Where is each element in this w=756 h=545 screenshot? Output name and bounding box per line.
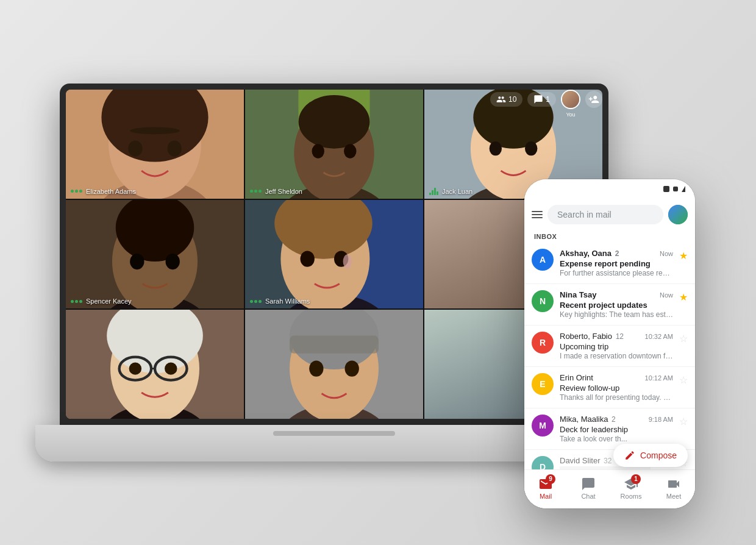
self-label: You (566, 112, 575, 118)
laptop-screen-inner: 10 1 You (66, 90, 602, 419)
email-preview-4: Thanks all for presenting today. Here... (560, 393, 673, 402)
rooms-nav-icon: 1 (624, 477, 638, 491)
user-avatar[interactable] (668, 205, 688, 224)
svg-point-12 (299, 95, 370, 149)
email-avatar-1: A (532, 249, 554, 271)
video-cell-8 (245, 310, 423, 419)
compose-pencil-icon (624, 450, 635, 461)
email-sender-5: Mika, Maalika 2 (560, 415, 616, 424)
email-preview-1: For further assistance please reach ... (560, 269, 673, 277)
participants-count: 10 (508, 95, 516, 104)
email-item-1[interactable]: A Akshay, Oana 2 Now Expense report pend… (524, 243, 695, 284)
video-label-3: Jack Luan (429, 188, 472, 195)
email-sender-2: Nina Tsay (560, 290, 596, 299)
phone-body: Search in mail INBOX A Akshay, Oana (524, 179, 695, 508)
svg-point-25 (130, 254, 144, 269)
email-content-5: Mika, Maalika 2 9:18 AM Deck for leaders… (560, 415, 673, 443)
email-content-1: Akshay, Oana 2 Now Expense report pendin… (560, 249, 673, 277)
email-star-2[interactable]: ★ (679, 291, 688, 303)
email-count-6: 32 (604, 457, 612, 465)
email-sender-1: Akshay, Oana 2 (560, 249, 619, 258)
svg-point-42 (129, 363, 141, 375)
mail-nav-label: Mail (540, 493, 552, 500)
face-sarah (245, 200, 423, 309)
compose-label: Compose (640, 451, 677, 460)
participant-name-5: Sarah Williams (265, 297, 310, 305)
email-subject-3: Upcoming trip (560, 342, 673, 351)
video-label-4: Spencer Kacey (71, 297, 132, 305)
email-count-3: 12 (616, 332, 624, 341)
signal-icon-2 (673, 187, 678, 191)
rooms-nav-label: Rooms (621, 493, 642, 500)
email-header-2: Nina Tsay Now (560, 290, 673, 299)
participant-name-3: Jack Luan (442, 188, 472, 195)
svg-point-5 (167, 140, 181, 156)
email-header-3: Roberto, Fabio 12 10:32 AM (560, 332, 673, 341)
video-label-1: Elizabeth Adams (71, 188, 136, 195)
email-avatar-3: R (532, 332, 554, 354)
nav-mail[interactable]: 9 Mail (524, 477, 567, 500)
svg-point-19 (490, 141, 502, 155)
signal-icon (663, 186, 669, 192)
email-star-1[interactable]: ★ (679, 250, 688, 262)
participant-name-1: Elizabeth Adams (86, 188, 136, 195)
face-man-gray (245, 310, 423, 419)
inbox-label: INBOX (524, 230, 695, 243)
phone-bottom-nav: 9 Mail Chat (524, 469, 695, 508)
video-cell-2: Jeff Sheldon (245, 90, 423, 199)
email-star-4[interactable]: ☆ (679, 374, 688, 386)
email-star-5[interactable]: ☆ (679, 416, 688, 427)
email-subject-4: Review follow-up (560, 383, 673, 393)
face-woman-glasses (66, 310, 244, 419)
email-star-3[interactable]: ☆ (679, 333, 688, 344)
meet-chat-button[interactable]: 1 (527, 92, 556, 107)
email-subject-1: Expense report pending (560, 259, 673, 268)
hamburger-menu-button[interactable] (532, 211, 543, 218)
participant-name-2: Jeff Sheldon (265, 188, 302, 195)
nav-rooms[interactable]: 1 Rooms (610, 477, 652, 500)
meet-nav-icon (666, 477, 681, 491)
email-item-2[interactable]: N Nina Tsay Now Recent project updates K… (524, 284, 695, 326)
email-header-5: Mika, Maalika 2 9:18 AM (560, 415, 673, 424)
video-bars-3 (429, 188, 438, 195)
nav-chat[interactable]: Chat (567, 477, 610, 500)
participant-name-4: Spencer Kacey (86, 297, 132, 305)
svg-point-49 (345, 361, 359, 377)
email-header-4: Erin Orint 10:12 AM (560, 373, 673, 382)
video-dots-5 (250, 300, 262, 303)
video-cell-7 (66, 310, 244, 419)
add-person-button[interactable] (585, 91, 602, 108)
add-person-icon (588, 94, 599, 105)
face-spencer (66, 200, 244, 309)
svg-point-32 (301, 251, 315, 266)
email-count-5: 2 (612, 415, 616, 424)
email-time-1: Now (660, 250, 673, 257)
email-avatar-5: M (532, 415, 554, 436)
gmail-search-bar: Search in mail (524, 199, 695, 230)
email-content-4: Erin Orint 10:12 AM Review follow-up Tha… (560, 373, 673, 402)
email-header-1: Akshay, Oana 2 Now (560, 249, 673, 258)
video-dots-2 (250, 190, 262, 193)
participants-button[interactable]: 10 (490, 92, 522, 107)
svg-point-48 (309, 361, 323, 377)
email-preview-3: I made a reservation downtown for t... (560, 352, 673, 360)
phone: Search in mail INBOX A Akshay, Oana (524, 179, 695, 508)
people-icon (496, 94, 506, 104)
email-sender-3: Roberto, Fabio 12 (560, 332, 624, 341)
video-dots-1 (71, 190, 82, 193)
self-video-container: You (561, 90, 580, 109)
svg-rect-50 (290, 336, 379, 354)
search-input[interactable]: Search in mail (547, 205, 663, 224)
email-sender-4: Erin Orint (560, 373, 593, 382)
email-item-3[interactable]: R Roberto, Fabio 12 10:32 AM Upcoming tr… (524, 326, 695, 367)
face-jeff (245, 90, 423, 199)
email-item-4[interactable]: E Erin Orint 10:12 AM Review follow-up T… (524, 367, 695, 408)
face-elizabeth (66, 90, 244, 199)
chat-icon (533, 94, 543, 104)
video-cell-4: Spencer Kacey (66, 200, 244, 309)
video-label-2: Jeff Sheldon (250, 188, 302, 195)
nav-meet[interactable]: Meet (652, 477, 695, 500)
search-placeholder: Search in mail (557, 210, 612, 219)
svg-point-14 (344, 144, 356, 158)
compose-button[interactable]: Compose (613, 444, 688, 467)
